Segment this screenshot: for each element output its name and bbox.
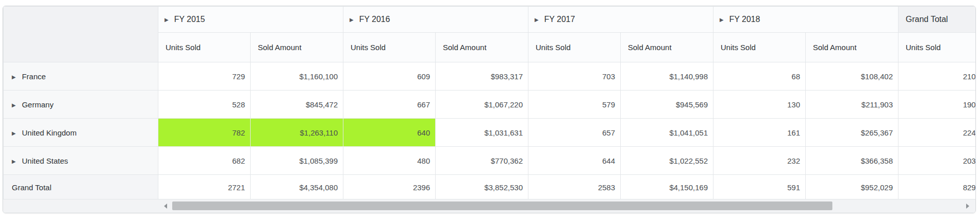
row-header-france[interactable]: ▶France xyxy=(4,62,158,91)
data-cell[interactable]: 2240 xyxy=(899,119,976,147)
pivot-grid: ▶FY 2015▶FY 2016▶FY 2017▶FY 2018Grand To… xyxy=(3,6,976,213)
pivot-table: ▶FY 2015▶FY 2016▶FY 2017▶FY 2018Grand To… xyxy=(3,6,975,199)
data-cell[interactable]: 2721 xyxy=(158,175,251,200)
data-cell[interactable]: $4,150,169 xyxy=(621,175,713,200)
data-cell[interactable]: 68 xyxy=(713,62,806,91)
data-cell[interactable]: $1,022,552 xyxy=(621,147,713,175)
data-cell[interactable]: $1,041,051 xyxy=(621,119,713,147)
row-header-label: United Kingdom xyxy=(22,128,77,137)
expand-icon[interactable]: ▶ xyxy=(350,17,354,23)
data-cell[interactable]: 130 xyxy=(713,91,806,119)
data-cell[interactable]: 480 xyxy=(343,147,436,175)
column-group-label: FY 2016 xyxy=(359,15,390,24)
data-cell[interactable]: 1904 xyxy=(899,91,976,119)
scroll-right-icon[interactable] xyxy=(966,204,969,209)
column-group-fy-2015[interactable]: ▶FY 2015 xyxy=(158,7,343,33)
data-cell[interactable]: $1,160,100 xyxy=(251,62,343,91)
data-cell[interactable]: 657 xyxy=(528,119,621,147)
row-header-label: France xyxy=(22,72,46,81)
column-header-sold-amount-fy-2017[interactable]: Sold Amount xyxy=(621,33,713,62)
data-cell[interactable]: 682 xyxy=(158,147,251,175)
data-cell[interactable]: 161 xyxy=(713,119,806,147)
table-row: ▶United Kingdom782$1,263,110640$1,031,63… xyxy=(4,119,976,147)
data-cell[interactable]: $211,903 xyxy=(806,91,899,119)
column-header-units-sold-fy-2018[interactable]: Units Sold xyxy=(713,33,806,62)
column-header-units-sold-fy-2016[interactable]: Units Sold xyxy=(343,33,436,62)
data-cell[interactable]: $265,367 xyxy=(806,119,899,147)
data-cell[interactable]: 2396 xyxy=(343,175,436,200)
data-cell[interactable]: 640 xyxy=(343,119,436,147)
row-header-label: United States xyxy=(22,156,68,165)
expand-icon[interactable]: ▶ xyxy=(12,159,16,164)
data-cell[interactable]: 644 xyxy=(528,147,621,175)
column-header-sold-amount-fy-2015[interactable]: Sold Amount xyxy=(251,33,343,62)
data-cell[interactable]: 528 xyxy=(158,91,251,119)
row-header-united-states[interactable]: ▶United States xyxy=(4,147,158,175)
data-cell[interactable]: 703 xyxy=(528,62,621,91)
data-cell[interactable]: 667 xyxy=(343,91,436,119)
data-cell[interactable]: $1,031,631 xyxy=(436,119,528,147)
column-header-sold-amount-fy-2018[interactable]: Sold Amount xyxy=(806,33,899,62)
column-group-grand-total: Grand Total xyxy=(899,7,976,33)
table-row: ▶Germany528$845,472667$1,067,220579$945,… xyxy=(4,91,976,119)
data-cell[interactable]: 609 xyxy=(343,62,436,91)
expand-icon[interactable]: ▶ xyxy=(12,74,16,80)
row-header-united-kingdom[interactable]: ▶United Kingdom xyxy=(4,119,158,147)
corner-cell xyxy=(4,7,158,62)
expand-icon[interactable]: ▶ xyxy=(12,102,16,108)
data-cell[interactable]: 579 xyxy=(528,91,621,119)
table-row: ▶United States682$1,085,399480$770,36264… xyxy=(4,147,976,175)
row-header-grand-total: Grand Total xyxy=(4,175,158,200)
data-cell[interactable]: $952,029 xyxy=(806,175,899,200)
column-header-units-sold-grand-total[interactable]: Units Sold xyxy=(899,33,976,62)
data-cell[interactable]: $983,317 xyxy=(436,62,528,91)
data-cell[interactable]: 232 xyxy=(713,147,806,175)
expand-icon[interactable]: ▶ xyxy=(535,17,539,23)
column-group-fy-2016[interactable]: ▶FY 2016 xyxy=(343,7,528,33)
pivot-header: ▶FY 2015▶FY 2016▶FY 2017▶FY 2018Grand To… xyxy=(4,7,976,62)
data-cell[interactable]: 8291 xyxy=(899,175,976,200)
row-header-germany[interactable]: ▶Germany xyxy=(4,91,158,119)
expand-icon[interactable]: ▶ xyxy=(165,17,169,23)
data-cell[interactable]: $3,852,530 xyxy=(436,175,528,200)
data-cell[interactable]: $4,354,080 xyxy=(251,175,343,200)
data-cell[interactable]: $108,402 xyxy=(806,62,899,91)
data-cell[interactable]: 591 xyxy=(713,175,806,200)
pivot-body: ▶France729$1,160,100609$983,317703$1,140… xyxy=(4,62,976,200)
horizontal-scrollbar[interactable] xyxy=(3,199,975,213)
column-group-fy-2018[interactable]: ▶FY 2018 xyxy=(713,7,899,33)
pivot-scroll-area: ▶FY 2015▶FY 2016▶FY 2017▶FY 2018Grand To… xyxy=(3,6,975,199)
expand-icon[interactable]: ▶ xyxy=(720,17,724,23)
column-group-label: FY 2017 xyxy=(544,15,575,24)
data-cell[interactable]: $1,263,110 xyxy=(251,119,343,147)
data-cell[interactable]: 2583 xyxy=(528,175,621,200)
row-header-label: Germany xyxy=(22,100,54,109)
column-group-label: FY 2018 xyxy=(729,15,760,24)
data-cell[interactable]: 782 xyxy=(158,119,251,147)
data-cell[interactable]: $1,085,399 xyxy=(251,147,343,175)
column-header-sold-amount-fy-2016[interactable]: Sold Amount xyxy=(436,33,528,62)
scroll-left-icon[interactable] xyxy=(164,204,167,209)
data-cell[interactable]: $845,472 xyxy=(251,91,343,119)
expand-icon[interactable]: ▶ xyxy=(12,130,16,136)
column-group-label: FY 2015 xyxy=(174,15,205,24)
data-cell[interactable]: 729 xyxy=(158,62,251,91)
data-cell[interactable]: $366,358 xyxy=(806,147,899,175)
data-cell[interactable]: $770,362 xyxy=(436,147,528,175)
data-cell[interactable]: $1,140,998 xyxy=(621,62,713,91)
grand-total-row: Grand Total2721$4,354,0802396$3,852,5302… xyxy=(4,175,976,200)
data-cell[interactable]: 2038 xyxy=(899,147,976,175)
data-cell[interactable]: 2109 xyxy=(899,62,976,91)
column-group-fy-2017[interactable]: ▶FY 2017 xyxy=(528,7,713,33)
column-header-units-sold-fy-2015[interactable]: Units Sold xyxy=(158,33,251,62)
data-cell[interactable]: $945,569 xyxy=(621,91,713,119)
column-header-units-sold-fy-2017[interactable]: Units Sold xyxy=(528,33,621,62)
scrollbar-thumb[interactable] xyxy=(172,201,832,210)
data-cell[interactable]: $1,067,220 xyxy=(436,91,528,119)
table-row: ▶France729$1,160,100609$983,317703$1,140… xyxy=(4,62,976,91)
